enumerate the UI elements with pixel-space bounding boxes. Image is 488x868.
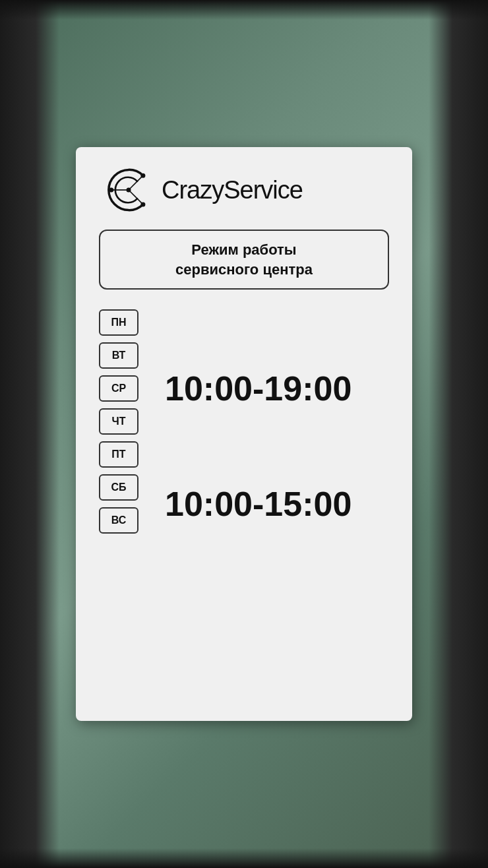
brand-name: CrazyService: [162, 176, 303, 204]
schedule-section: ПН ВТ СР ЧТ ПТ 10:00-19:00: [99, 309, 389, 534]
weekdays-column: ПН ВТ СР ЧТ ПТ: [99, 309, 138, 468]
weekend-column: СБ ВС: [99, 474, 138, 534]
weekend-hours: 10:00-15:00: [165, 487, 351, 521]
title-box: Режим работы сервисного центра: [99, 230, 389, 290]
weekend-group-row: СБ ВС 10:00-15:00: [99, 474, 389, 534]
day-badge-mon: ПН: [99, 309, 138, 336]
dark-border-left: [0, 0, 59, 868]
day-badge-wed: СР: [99, 375, 138, 402]
day-badge-sat: СБ: [99, 474, 138, 501]
weekdays-group-row: ПН ВТ СР ЧТ ПТ 10:00-19:00: [99, 309, 389, 468]
dark-border-top: [0, 0, 488, 20]
weekdays-time: 10:00-19:00: [152, 371, 351, 406]
weekdays-hours: 10:00-19:00: [165, 371, 351, 406]
title-text: Режим работы сервисного центра: [120, 240, 368, 279]
dark-border-right: [429, 0, 488, 868]
day-badge-tue: ВТ: [99, 342, 138, 369]
spacer: [99, 468, 389, 474]
day-badge-sun: ВС: [99, 507, 138, 534]
weekend-time: 10:00-15:00: [152, 487, 351, 521]
day-badge-thu: ЧТ: [99, 408, 138, 435]
day-badge-fri: ПТ: [99, 441, 138, 468]
dark-border-bottom: [0, 848, 488, 868]
poster: CrazyService Режим работы сервисного цен…: [76, 147, 412, 721]
header: CrazyService: [99, 167, 389, 213]
logo-icon: [106, 167, 152, 213]
